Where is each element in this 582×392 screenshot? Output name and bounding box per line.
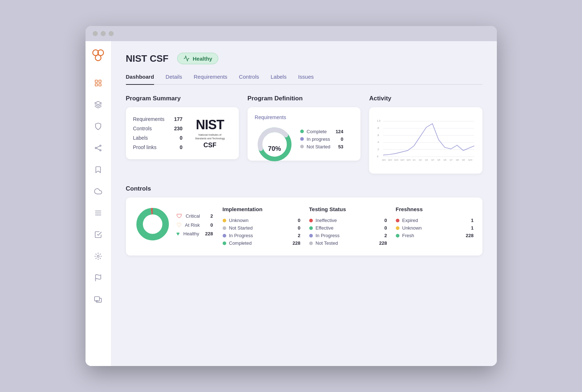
controls-donut-section: 🛡 Critical 2 ♡ At Risk 0 ♥ (135, 206, 214, 244)
main-content: NIST CSF Healthy Dashboard Details Requi… (111, 41, 497, 366)
tab-requirements[interactable]: Requirements (194, 70, 227, 85)
test-effective-label: Effective (316, 225, 334, 231)
tab-details[interactable]: Details (166, 70, 182, 85)
sidebar-item-security[interactable] (92, 120, 105, 133)
impl-unknown-label: Unknown (229, 218, 249, 223)
summary-row-prooflinks: Proof links 0 (133, 143, 183, 152)
activity-line-chart: 1.0 .8 .6 .4 .2 0 (376, 114, 475, 165)
ctrl-value: 230 (168, 126, 183, 131)
svg-text:.4: .4 (377, 141, 379, 143)
test-nottested-label: Not Tested (316, 240, 338, 246)
test-nottested-dot (309, 241, 313, 245)
browser-window: NIST CSF Healthy Dashboard Details Requi… (86, 26, 497, 366)
sidebar-item-api[interactable] (92, 250, 105, 263)
impl-inprogress-value: 2 (292, 233, 301, 238)
impl-inprogress-dot (223, 234, 226, 238)
tab-controls[interactable]: Controls (239, 70, 259, 85)
tab-issues[interactable]: Issues (298, 70, 314, 85)
svg-text:Q25: Q25 (407, 159, 411, 161)
tab-labels[interactable]: Labels (271, 70, 286, 85)
sidebar-item-packages[interactable] (92, 98, 105, 111)
activity-title: Activity (369, 95, 482, 102)
testing-status-section: Testing Status Ineffective 0 Effective 0 (309, 206, 387, 247)
program-definition-card: Requirements (248, 107, 360, 161)
app-logo[interactable] (91, 48, 105, 64)
nist-logo: NIST National Institutes ofStandards and… (188, 117, 232, 149)
controls-legend-critical: 🛡 Critical 2 (176, 212, 213, 221)
svg-rect-5 (95, 84, 97, 86)
browser-dot-1 (93, 31, 98, 36)
sidebar (86, 41, 111, 366)
svg-text:Q3: Q3 (425, 159, 428, 161)
program-summary-card: Requirements 177 Controls 230 Labels 0 (126, 107, 239, 159)
req-label: Requirements (133, 116, 165, 122)
complete-label: Complete (307, 129, 327, 134)
svg-rect-17 (95, 297, 100, 301)
fresh-fresh: Fresh 228 (396, 232, 474, 239)
tab-dashboard[interactable]: Dashboard (126, 70, 154, 85)
sidebar-item-list[interactable] (92, 206, 105, 219)
svg-text:Q7: Q7 (450, 159, 453, 161)
status-badge: Healthy (177, 53, 218, 64)
atrisk-label: At Risk (185, 222, 200, 228)
fresh-unknown-value: 1 (465, 225, 474, 231)
impl-inprogress: In Progress 2 (223, 232, 301, 239)
svg-text:Q20: Q20 (468, 159, 473, 161)
def-legend: Complete 124 In progress 0 (300, 128, 343, 151)
test-ineffective-label: Ineffective (316, 218, 337, 223)
requirements-donut-chart (255, 125, 294, 164)
def-sub-title: Requirements (255, 114, 353, 120)
fresh-fresh-dot (396, 234, 399, 238)
summary-row-controls: Controls 230 (133, 124, 183, 133)
svg-rect-4 (99, 80, 101, 82)
sidebar-item-tasks[interactable] (92, 228, 105, 241)
svg-text:Q23: Q23 (394, 159, 399, 161)
svg-line-11 (96, 148, 100, 150)
requirements-donut-container: 70% (255, 125, 294, 153)
svg-text:Q6: Q6 (443, 159, 447, 161)
test-effective: Effective 0 (309, 224, 387, 232)
requirements-donut-label: 70% (268, 145, 281, 153)
svg-text:Q22: Q22 (388, 159, 393, 161)
controls-donut-chart (135, 206, 171, 242)
impl-completed-dot (223, 241, 226, 245)
sidebar-item-cloud[interactable] (92, 185, 105, 198)
svg-text:Q1: Q1 (413, 159, 416, 161)
test-effective-dot (309, 226, 313, 230)
sidebar-item-deploy[interactable] (92, 293, 105, 306)
svg-text:Q24: Q24 (401, 159, 405, 161)
program-summary-section: Program Summary Requirements 177 Control… (126, 95, 239, 174)
browser-dot-3 (109, 31, 114, 36)
controls-legend-atrisk: ♡ At Risk 0 (176, 221, 213, 230)
inprogress-dot (300, 137, 304, 141)
atrisk-value: 0 (203, 222, 213, 228)
summary-table: Requirements 177 Controls 230 Labels 0 (133, 114, 183, 152)
svg-text:Q4: Q4 (431, 159, 434, 161)
legend-complete: Complete 124 (300, 128, 343, 135)
fresh-unknown-dot (396, 226, 399, 230)
sidebar-item-flags[interactable] (92, 271, 105, 284)
controls-card: 🛡 Critical 2 ♡ At Risk 0 ♥ (126, 197, 482, 256)
svg-rect-6 (99, 84, 101, 86)
healthy-icon: ♥ (176, 231, 180, 237)
def-card-inner: 70% Complete 124 In progres (255, 125, 353, 153)
fresh-expired-value: 1 (465, 218, 474, 223)
summary-row-labels: Labels 0 (133, 133, 183, 143)
sidebar-item-bookmarks[interactable] (92, 163, 105, 176)
sidebar-item-dashboard[interactable] (92, 77, 105, 90)
status-label: Healthy (193, 56, 212, 62)
browser-body: NIST CSF Healthy Dashboard Details Requi… (86, 41, 497, 366)
controls-section-title: Controls (126, 185, 482, 192)
browser-titlebar (86, 26, 497, 41)
page-header: NIST CSF Healthy (126, 53, 482, 64)
critical-icon: 🛡 (176, 213, 182, 219)
test-effective-value: 0 (378, 225, 387, 231)
program-definition-title: Program Definition (248, 95, 360, 102)
svg-line-10 (96, 146, 100, 148)
svg-text:Q5: Q5 (437, 159, 441, 161)
sidebar-item-graph[interactable] (92, 141, 105, 154)
fresh-expired: Expired 1 (396, 217, 474, 224)
test-inprogress-value: 2 (378, 233, 387, 238)
fresh-expired-dot (396, 219, 399, 222)
fresh-unknown: Unknown 1 (396, 224, 474, 232)
